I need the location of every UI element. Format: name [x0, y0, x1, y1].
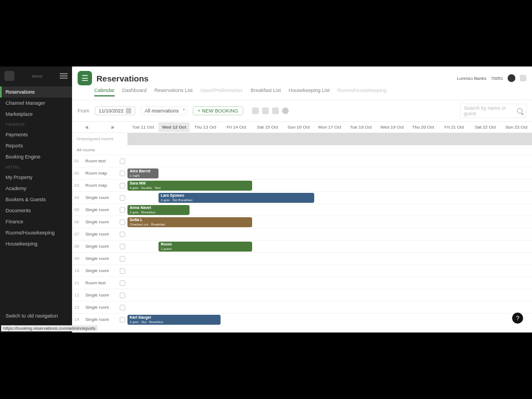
room-row: 14Single roomKarl Sauger2 gsts · Std · B… — [72, 313, 532, 325]
tab-rooms-housekeeping[interactable]: Rooms/Housekeeping — [337, 88, 387, 96]
room-name: Room map — [85, 183, 117, 188]
date-column[interactable]: Sat 22 Oct — [470, 122, 501, 132]
room-track[interactable] — [127, 265, 532, 277]
room-track[interactable]: Alex Barret1 night — [127, 167, 532, 179]
room-number: 13 — [74, 305, 83, 310]
room-track[interactable]: Sofia LChecked out · Breakfast — [127, 216, 532, 228]
date-column[interactable]: Wed 19 Oct — [376, 122, 407, 132]
date-column[interactable]: Wed 12 Oct — [158, 122, 190, 132]
sidebar-item-payments[interactable]: Payments — [0, 129, 72, 140]
room-name: Single room — [85, 268, 117, 273]
room-track[interactable] — [127, 253, 532, 264]
room-track[interactable] — [127, 228, 532, 240]
room-track[interactable] — [127, 289, 532, 301]
room-status-icon[interactable] — [120, 207, 125, 213]
search-input[interactable]: Search by name or guest — [460, 104, 526, 118]
sidebar-item-bookers-guests[interactable]: Bookers & Guests — [0, 194, 72, 205]
avatar[interactable] — [508, 74, 515, 82]
room-status-icon[interactable] — [120, 158, 125, 164]
app-switcher-icon[interactable] — [520, 75, 526, 81]
room-status-icon[interactable] — [120, 195, 125, 201]
booking-bar[interactable]: Sara Mill4 gsts · Double · Test — [127, 181, 252, 191]
room-track[interactable]: Karl Sauger2 gsts · Std · Breakfast — [127, 314, 532, 325]
date-column[interactable]: Thu 20 Oct — [407, 122, 438, 132]
sidebar-item-rooms-housekeeping[interactable]: Rooms/Housekeeping — [0, 227, 72, 238]
tab-calendar[interactable]: Calendar — [94, 88, 115, 96]
prev-week-button[interactable]: « — [83, 124, 91, 130]
date-column[interactable]: Tue 18 Oct — [345, 122, 376, 132]
booking-title: Room — [161, 242, 249, 247]
room-status-icon[interactable] — [120, 293, 125, 298]
tab-dashboard[interactable]: Dashboard — [122, 88, 147, 96]
date-column[interactable]: Sun 23 Oct — [501, 122, 532, 132]
booking-bar[interactable]: Anna Navet2 gsts · Breakfast — [127, 205, 190, 215]
tab-breakfast-list[interactable]: Breakfast List — [250, 88, 281, 96]
new-booking-button[interactable]: + NEW BOOKING — [193, 106, 243, 115]
sidebar-item-housekeeping[interactable]: Housekeeping — [0, 238, 72, 249]
booking-subtitle: 2 gsts · Std · Breakfast — [130, 320, 218, 324]
date-column[interactable]: Mon 17 Oct — [314, 122, 345, 132]
room-track[interactable]: Room1 guest — [127, 241, 532, 252]
next-week-button[interactable]: » — [109, 124, 116, 130]
room-status-icon[interactable] — [120, 219, 125, 225]
room-name: Single room — [85, 207, 117, 212]
sidebar-item-academy[interactable]: Academy — [0, 183, 72, 194]
tab-housekeeping-list[interactable]: Housekeeping List — [289, 88, 330, 96]
sidebar-footer-switch-to-old-navigation[interactable]: Switch to old navigation — [0, 310, 72, 321]
date-column[interactable]: Sat 15 Oct — [252, 122, 283, 132]
room-status-icon[interactable] — [120, 305, 125, 310]
date-picker[interactable]: 11/10/2022 — [95, 106, 135, 115]
unassigned-track[interactable] — [127, 133, 532, 145]
sidebar-item-channel-manager[interactable]: Channel Manager — [0, 98, 72, 109]
room-track[interactable]: Anna Navet2 gsts · Breakfast — [127, 204, 532, 216]
sidebar-item-documents[interactable]: Documents — [0, 205, 72, 216]
room-status-icon[interactable] — [120, 244, 125, 249]
room-track[interactable] — [127, 301, 532, 313]
gear-icon[interactable] — [282, 108, 289, 114]
room-row: 04Single roomLars Sjomen2 gsts · Std Bre… — [72, 191, 532, 203]
room-status-icon[interactable] — [120, 171, 125, 176]
booking-bar[interactable]: Lars Sjomen2 gsts · Std Breakfast — [158, 193, 314, 203]
tab-open-preliminaries[interactable]: Open/Preliminaries — [201, 88, 243, 96]
view-day-icon[interactable] — [252, 108, 259, 114]
room-number: 05 — [74, 207, 83, 212]
help-button[interactable]: ? — [512, 313, 523, 324]
room-status-icon[interactable] — [120, 268, 125, 274]
tab-reservations-list[interactable]: Reservations List — [155, 88, 193, 96]
view-week-icon[interactable] — [262, 108, 269, 114]
room-track[interactable] — [127, 277, 532, 289]
filter-select[interactable]: All reservations — [141, 106, 187, 115]
date-column[interactable]: Fri 21 Oct — [439, 122, 470, 132]
sidebar-item-my-property[interactable]: My Property — [0, 172, 72, 183]
room-track[interactable]: Sara Mill4 gsts · Double · Test — [127, 180, 532, 191]
room-status-icon[interactable] — [120, 232, 125, 237]
sidebar-item-reservations[interactable]: Reservations — [0, 86, 72, 98]
booking-bar[interactable]: Karl Sauger2 gsts · Std · Breakfast — [127, 315, 221, 325]
room-track[interactable]: Lars Sjomen2 gsts · Std Breakfast — [127, 192, 532, 203]
room-status-icon[interactable] — [120, 183, 125, 188]
view-month-icon[interactable] — [272, 108, 279, 114]
search-icon — [517, 108, 523, 114]
sidebar-item-finance[interactable]: Finance — [0, 216, 72, 227]
booking-bar[interactable]: Sofia LChecked out · Breakfast — [127, 217, 252, 227]
sidebar-item-booking-engine[interactable]: Booking Engine — [0, 151, 72, 162]
menu-toggle-icon[interactable] — [60, 73, 68, 79]
date-column[interactable]: Tue 11 Oct — [127, 122, 158, 132]
sidebar-item-reports[interactable]: Reports — [0, 140, 72, 151]
sidebar-item-marketplace[interactable]: Marketplace — [0, 109, 72, 120]
room-name: Single room — [85, 293, 117, 298]
account-name[interactable]: Lorenzo Banks — [457, 76, 486, 81]
room-row: 11Room test — [72, 277, 532, 289]
date-column[interactable]: Sun 16 Oct — [283, 122, 314, 132]
room-status-icon[interactable] — [120, 256, 125, 262]
room-status-icon[interactable] — [120, 280, 125, 286]
booking-title: Sara Mill — [130, 181, 250, 186]
date-column[interactable]: Fri 14 Oct — [221, 122, 252, 132]
booking-bar[interactable]: Alex Barret1 night — [127, 168, 158, 178]
date-column[interactable]: Thu 13 Oct — [190, 122, 221, 132]
room-row: 06Single roomSofia LChecked out · Breakf… — [72, 216, 532, 228]
room-track[interactable] — [127, 155, 532, 167]
room-status-icon[interactable] — [120, 317, 125, 323]
booking-bar[interactable]: Room1 guest — [158, 242, 252, 252]
room-row: 07Single room — [72, 228, 532, 240]
